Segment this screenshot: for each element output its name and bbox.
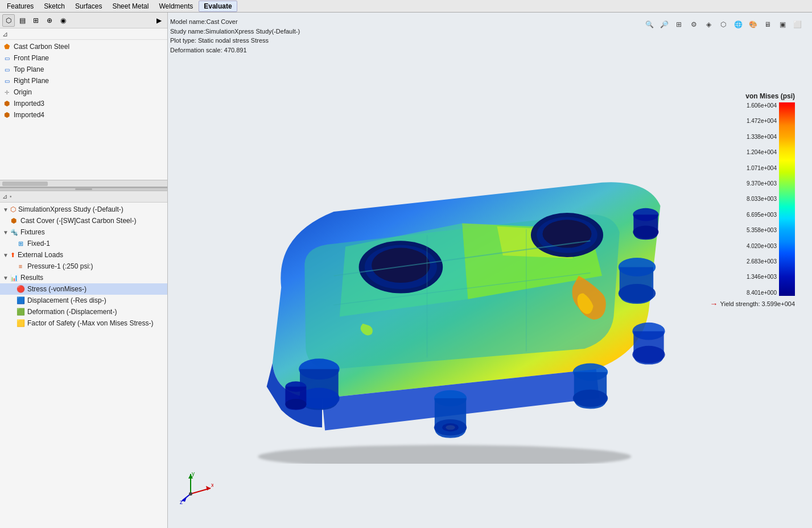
vp-view-btn[interactable]: ▣: [776, 18, 789, 31]
menu-surfaces[interactable]: Surfaces: [71, 1, 106, 11]
origin-icon: ✛: [2, 88, 11, 97]
fixed1-icon: ⊞: [16, 239, 25, 248]
menu-bar: Features Sketch Surfaces Sheet Metal Wel…: [0, 0, 812, 13]
fixtures-icon: 🔩: [10, 229, 18, 236]
tree-item-pressure1[interactable]: ≡ Pressure-1 (:250 psi:): [0, 261, 167, 272]
legend-value-10: 2.683e+003: [747, 258, 777, 265]
legend-value-6: 8.033e+003: [747, 196, 777, 202]
sim-root[interactable]: ▼ ⬡ SimulationXpress Study (-Default-): [0, 204, 167, 215]
vp-color-btn[interactable]: 🎨: [747, 18, 759, 31]
results-header[interactable]: ▼ 📊 Results: [0, 272, 167, 283]
tree-item-imported4[interactable]: ⬢ Imported4: [0, 109, 167, 121]
displacement-icon: 🟦: [16, 296, 25, 305]
yield-arrow-icon: →: [710, 299, 718, 308]
tree-item-fixed1[interactable]: ⊞ Fixed-1: [0, 238, 167, 249]
stress-icon: 🔴: [16, 284, 25, 294]
tree-item-safety[interactable]: 🟨 Factor of Safety (-Max von Mises Stres…: [0, 317, 167, 329]
vp-settings-btn[interactable]: ⚙: [687, 18, 700, 31]
sim-root-icon: ⬡: [10, 205, 16, 213]
sim-panel-dot: •: [10, 193, 12, 200]
tree-item-deformation[interactable]: 🟩 Deformation (-Displacement-): [0, 306, 167, 317]
pressure1-icon: ≡: [16, 262, 25, 271]
legend-color-bar: [779, 102, 795, 296]
menu-sheet-metal[interactable]: Sheet Metal: [108, 1, 153, 11]
svg-point-0: [258, 445, 631, 464]
vp-globe-btn[interactable]: 🌐: [732, 18, 744, 31]
deformation-scale: Deformation scale: 470.891: [170, 46, 300, 55]
yield-strength-label: Yield strength: 3.599e+004: [720, 300, 795, 307]
axis-indicator: x y z: [179, 471, 213, 505]
imported4-icon: ⬢: [2, 110, 11, 119]
legend-value-11: 1.346e+003: [747, 274, 777, 280]
menu-features[interactable]: Features: [2, 1, 38, 11]
toolbar-btn-circle[interactable]: ◉: [57, 14, 69, 27]
material-label: Cast Carbon Steel: [14, 43, 69, 51]
viewport[interactable]: Model name:Cast Cover Study name:Simulat…: [168, 13, 812, 528]
vp-zoom-btn[interactable]: 🔎: [658, 18, 670, 31]
svg-point-32: [189, 492, 192, 496]
tree-item-displacement[interactable]: 🟦 Displacement (-Res disp-): [0, 295, 167, 306]
tree-item-material[interactable]: ⬟ Cast Carbon Steel: [0, 41, 167, 52]
filter-row: ⊿: [0, 28, 167, 40]
material-icon: ⬟: [2, 42, 11, 51]
fixtures-header[interactable]: ▼ 🔩 Fixtures: [0, 226, 167, 238]
top-plane-icon: ▭: [2, 65, 11, 74]
svg-text:y: y: [192, 471, 195, 477]
fixtures-collapse: ▼: [2, 229, 9, 236]
upper-panel-toolbar: ⬡ ▤ ⊞ ⊕ ◉ ▶: [0, 13, 167, 28]
vp-maximize-btn[interactable]: ⬜: [791, 18, 803, 31]
upper-h-scrollbar[interactable]: [0, 180, 167, 187]
toolbar-btn-expand[interactable]: ▶: [152, 14, 165, 27]
tree-item-origin[interactable]: ✛ Origin: [0, 86, 167, 98]
tree-item-cast-cover[interactable]: ⬢ Cast Cover (-[SW]Cast Carbon Steel-): [0, 215, 167, 226]
legend-value-2: 1.338e+004: [747, 134, 777, 140]
displacement-label: Displacement (-Res disp-): [27, 296, 106, 304]
model-info: Model name:Cast Cover Study name:Simulat…: [170, 17, 300, 55]
front-plane-label: Front Plane: [14, 54, 49, 62]
fixtures-label: Fixtures: [20, 228, 45, 236]
svg-text:x: x: [211, 482, 213, 488]
loads-header[interactable]: ▼ ⬆ External Loads: [0, 249, 167, 261]
legend-value-1: 1.472e+004: [747, 118, 777, 124]
loads-collapse: ▼: [2, 251, 9, 258]
model-svg: [205, 100, 672, 464]
vp-search-btn[interactable]: 🔍: [643, 18, 656, 31]
plot-type: Plot type: Static nodal stress Stress: [170, 36, 300, 46]
imported3-label: Imported3: [14, 100, 44, 108]
toolbar-btn-grid2[interactable]: ⊞: [30, 14, 42, 27]
legend-value-5: 9.370e+003: [747, 180, 777, 187]
menu-evaluate[interactable]: Evaluate: [199, 1, 237, 12]
sim-filter-icon: ⊿: [2, 193, 7, 200]
tree-item-front-plane[interactable]: ▭ Front Plane: [0, 52, 167, 64]
top-plane-label: Top Plane: [14, 65, 44, 73]
safety-icon: 🟨: [16, 319, 25, 328]
tree-item-imported3[interactable]: ⬢ Imported3: [0, 98, 167, 109]
tree-item-right-plane[interactable]: ▭ Right Plane: [0, 75, 167, 86]
toolbar-btn-grid[interactable]: ▤: [16, 14, 28, 27]
results-label: Results: [20, 274, 43, 282]
menu-weldments[interactable]: Weldments: [154, 1, 197, 11]
tree-item-stress[interactable]: 🔴 Stress (-vonMises-): [0, 283, 167, 295]
imported3-icon: ⬢: [2, 99, 11, 108]
results-icon: 📊: [10, 274, 18, 282]
safety-label: Factor of Safety (-Max von Mises Stress-…: [27, 319, 153, 327]
toolbar-btn-feature[interactable]: ⬡: [2, 14, 15, 27]
tree-item-top-plane[interactable]: ▭ Top Plane: [0, 64, 167, 75]
vp-render-btn[interactable]: ◈: [702, 18, 715, 31]
vp-3d-btn[interactable]: ⊞: [673, 18, 685, 31]
toolbar-btn-target[interactable]: ⊕: [43, 14, 56, 27]
results-collapse: ▼: [2, 274, 9, 281]
menu-sketch[interactable]: Sketch: [39, 1, 69, 11]
svg-point-22: [632, 346, 665, 364]
svg-text:z: z: [180, 499, 183, 505]
vp-mode-btn[interactable]: ⬡: [717, 18, 729, 31]
svg-point-14: [446, 425, 455, 430]
legend-value-9: 4.020e+003: [747, 243, 777, 249]
deformation-label: Deformation (-Displacement-): [27, 308, 117, 316]
legend-value-3: 1.204e+004: [747, 149, 777, 155]
vp-monitor-btn[interactable]: 🖥: [761, 18, 774, 31]
loads-icon: ⬆: [10, 251, 15, 259]
legend-value-4: 1.071e+004: [747, 165, 777, 171]
sim-panel-toolbar: ⊿ •: [0, 191, 167, 203]
legend-bar-container: 1.606e+0041.472e+0041.338e+0041.204e+004…: [747, 102, 795, 296]
